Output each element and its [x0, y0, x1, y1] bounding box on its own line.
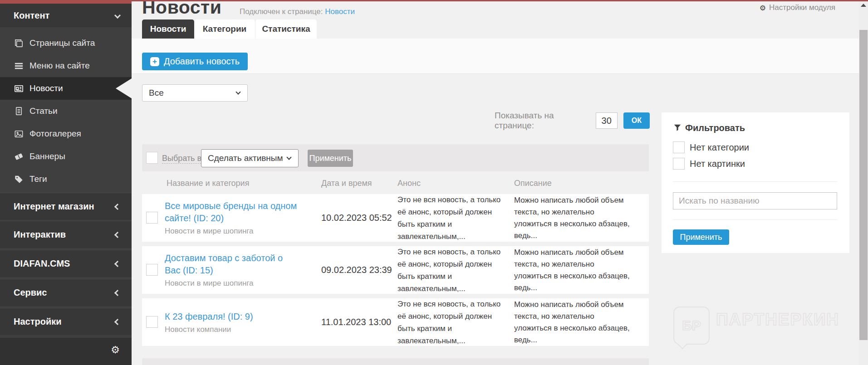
row-checkbox[interactable] [146, 212, 158, 224]
active-item-notch [116, 78, 132, 98]
tab-bar: Новости Категории Статистика [142, 19, 317, 39]
bottom-batch-bar-partial [142, 358, 649, 365]
table-row: Доставим товар с заботой о Вас (ID: 15) … [142, 246, 649, 294]
sidebar-section-settings[interactable]: Настройки [0, 308, 132, 335]
batch-actions-bar: Выбрать всё Сделать активным Применить [142, 144, 649, 171]
chevron-left-icon [114, 318, 121, 325]
scroll-up-arrow[interactable] [861, 4, 866, 7]
sidebar-item-label: Меню на сайте [29, 61, 90, 71]
module-settings-button[interactable]: ⚙ Настройки модуля [760, 3, 835, 12]
batch-apply-button[interactable]: Применить [308, 150, 353, 167]
select-all-checkbox[interactable] [146, 152, 158, 164]
sidebar-item-label: Новости [29, 83, 63, 93]
news-category: Новости компании [165, 325, 301, 334]
sidebar-section-interactive[interactable]: Интерактив [0, 221, 132, 248]
sidebar-section-label: Сервис [14, 287, 47, 298]
category-filter-select[interactable]: Все [142, 84, 248, 102]
sidebar-item-label: Фотогалерея [29, 129, 81, 139]
news-category: Новости в мире шопинга [165, 227, 301, 236]
module-settings-label: Настройки модуля [769, 3, 835, 12]
sidebar-item-banners[interactable]: Баннеры [0, 145, 132, 168]
sidebar-item-pages[interactable]: Страницы сайта [0, 32, 132, 54]
banner-icon [14, 151, 24, 162]
announce-cell: Это не вся новость, а только её анонс, к… [397, 194, 509, 242]
chevron-left-icon [114, 289, 121, 296]
title-cell: Все мировые бренды на одном сайте! (ID: … [165, 194, 301, 242]
news-category: Новости в мире шопинга [165, 279, 301, 288]
per-page-ok-button[interactable]: ОК [623, 112, 650, 129]
filter-panel: Фильтровать Нет категории Нет картинки П… [662, 112, 849, 253]
plus-icon: + [150, 57, 159, 66]
sidebar-item-label: Страницы сайта [29, 38, 95, 48]
connected-page-link[interactable]: Новости [325, 7, 355, 16]
sidebar-section-diafan[interactable]: DIAFAN.CMS [0, 250, 132, 277]
sidebar-item-tags[interactable]: Теги [0, 168, 132, 190]
scrollbar-thumb[interactable] [859, 30, 868, 340]
page-title: Новости [142, 0, 221, 18]
news-icon [14, 83, 24, 94]
sidebar-item-site-menu[interactable]: Меню на сайте [0, 54, 132, 77]
sidebar-section-shop[interactable]: Интернет магазин [0, 193, 132, 220]
description-cell: Можно написать любой объем текста, но же… [514, 298, 631, 346]
add-news-button[interactable]: + Добавить новость [142, 53, 248, 70]
row-checkbox[interactable] [146, 316, 158, 328]
date-cell: 09.02.2023 23:39 [321, 246, 398, 294]
filter-option-label[interactable]: Нет категории [690, 142, 749, 153]
sidebar-item-photogallery[interactable]: Фотогалерея [0, 122, 132, 145]
date-cell: 11.01.2023 13:00 [321, 298, 398, 346]
sidebar-section-label: Интернет магазин [14, 201, 94, 212]
divider [673, 181, 837, 182]
add-news-label: Добавить новость [164, 56, 240, 67]
divider [673, 219, 837, 220]
tag-icon [14, 174, 24, 185]
description-cell: Можно написать любой объем текста, но же… [514, 194, 631, 242]
gear-icon[interactable]: ⚙ [111, 344, 120, 356]
tab-news[interactable]: Новости [142, 19, 194, 39]
description-cell: Можно написать любой объем текста, но же… [514, 246, 631, 294]
top-accent-line [0, 0, 868, 1]
sidebar-item-news[interactable]: Новости [0, 77, 132, 100]
tab-statistics[interactable]: Статистика [255, 19, 317, 39]
search-by-title-input[interactable] [673, 192, 837, 209]
announce-cell: Это не вся новость, а только её анонс, к… [397, 246, 509, 294]
sidebar-item-label: Статьи [29, 106, 58, 116]
gallery-icon [14, 129, 24, 139]
category-filter-value: Все [149, 88, 164, 98]
per-page-input[interactable] [596, 112, 618, 129]
sidebar: Контент Страницы сайта Меню на сайте Нов… [0, 0, 132, 365]
news-title-link[interactable]: К 23 февраля! (ID: 9) [165, 311, 301, 323]
announce-cell: Это не вся новость, а только её анонс, к… [397, 298, 509, 346]
date-cell: 10.02.2023 05:52 [321, 194, 398, 242]
news-title-link[interactable]: Доставим товар с заботой о Вас (ID: 15) [165, 252, 301, 277]
batch-action-select[interactable]: Сделать активным [201, 149, 299, 167]
filter-option-label[interactable]: Нет картинки [690, 159, 745, 169]
filter-checkbox-no-category[interactable] [673, 141, 685, 153]
partnerkin-logo: БР [673, 307, 710, 345]
news-title-link[interactable]: Все мировые бренды на одном сайте! (ID: … [165, 200, 301, 224]
chevron-down-icon [114, 12, 121, 19]
pages-icon [14, 38, 24, 49]
column-header-announce: Анонс [397, 179, 421, 188]
per-page-control: Показывать на странице: ОК [495, 112, 650, 129]
sidebar-section-label: Контент [14, 10, 49, 21]
logo-tail [677, 339, 688, 350]
title-cell: Доставим товар с заботой о Вас (ID: 15) … [165, 246, 301, 294]
sidebar-section-service[interactable]: Сервис [0, 279, 132, 306]
per-page-label: Показывать на странице: [495, 111, 590, 131]
filter-checkbox-no-image[interactable] [673, 158, 685, 170]
sidebar-item-articles[interactable]: Статьи [0, 100, 132, 122]
connected-label: Подключен к странице: [240, 7, 323, 16]
column-header-date: Дата и время [321, 179, 372, 188]
sidebar-footer: ⚙ [0, 338, 132, 365]
sidebar-section-label: Настройки [14, 316, 62, 327]
chevron-left-icon [114, 231, 121, 238]
table-row: К 23 февраля! (ID: 9) Новости компании 1… [142, 298, 649, 346]
column-header-description: Описание [514, 179, 552, 188]
sidebar-section-content[interactable]: Контент [0, 4, 132, 27]
row-checkbox[interactable] [146, 264, 158, 276]
tab-categories[interactable]: Категории [194, 19, 255, 39]
gear-icon: ⚙ [760, 4, 766, 12]
menu-list-icon [14, 61, 24, 71]
partnerkin-watermark: ПАРТНЕРКИН [716, 310, 839, 329]
filter-apply-button[interactable]: Применить [673, 229, 729, 245]
